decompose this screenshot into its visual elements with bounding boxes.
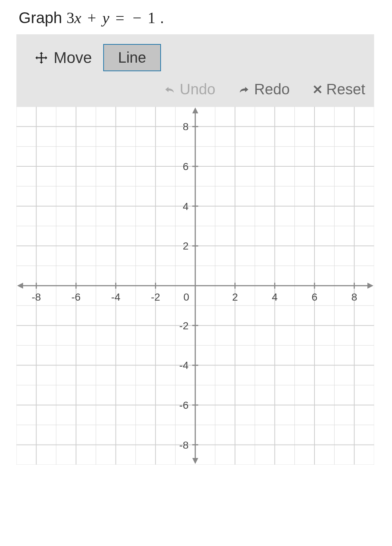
- move-tool-button[interactable]: Move: [34, 49, 96, 67]
- svg-text:4: 4: [183, 201, 189, 212]
- svg-text:-2: -2: [179, 320, 189, 332]
- svg-marker-38: [367, 283, 373, 289]
- move-icon: [34, 51, 48, 65]
- svg-text:8: 8: [351, 291, 357, 303]
- reset-icon: ✕: [312, 82, 323, 97]
- svg-text:-4: -4: [179, 360, 189, 371]
- undo-button[interactable]: Undo: [163, 81, 215, 98]
- svg-text:-6: -6: [179, 399, 189, 411]
- svg-text:-4: -4: [111, 291, 120, 303]
- svg-marker-40: [192, 107, 198, 113]
- svg-text:6: 6: [312, 291, 317, 303]
- line-tool-button[interactable]: Line: [103, 44, 161, 71]
- redo-button[interactable]: Redo: [238, 81, 290, 98]
- line-tool-label: Line: [118, 49, 146, 66]
- svg-text:0: 0: [183, 291, 189, 303]
- coordinate-plane[interactable]: -8-6-4-224680-8-6-4-22468: [16, 107, 374, 465]
- svg-text:8: 8: [183, 121, 189, 132]
- svg-marker-41: [192, 458, 198, 464]
- redo-icon: [238, 83, 250, 96]
- question-text: Graph 3x + y = − 1 .: [0, 0, 392, 34]
- svg-text:4: 4: [272, 291, 278, 303]
- undo-label: Undo: [180, 81, 215, 98]
- tool-row-secondary: Undo Redo ✕ Reset: [16, 78, 374, 107]
- svg-text:-8: -8: [179, 439, 189, 451]
- svg-text:-6: -6: [72, 291, 81, 303]
- question-prefix: Graph: [19, 9, 66, 26]
- redo-label: Redo: [254, 81, 290, 98]
- equation: 3x + y = − 1: [66, 9, 155, 26]
- reset-label: Reset: [326, 81, 366, 98]
- undo-icon: [163, 83, 176, 96]
- move-tool-label: Move: [54, 49, 92, 67]
- reset-button[interactable]: ✕ Reset: [312, 81, 366, 98]
- svg-text:2: 2: [232, 291, 238, 303]
- svg-text:2: 2: [183, 240, 189, 252]
- svg-text:-8: -8: [32, 291, 41, 303]
- tool-panel: Move Line Undo Redo ✕ Reset: [16, 34, 374, 107]
- svg-marker-39: [17, 283, 23, 289]
- svg-text:6: 6: [183, 161, 189, 172]
- graph-svg: -8-6-4-224680-8-6-4-22468: [16, 107, 374, 465]
- tool-row-primary: Move Line: [16, 34, 374, 78]
- svg-text:-2: -2: [151, 291, 160, 303]
